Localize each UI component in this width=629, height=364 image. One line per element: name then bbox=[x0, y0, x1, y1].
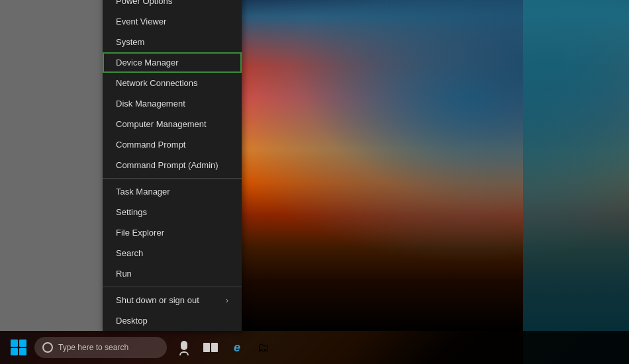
menu-item-desktop[interactable]: Desktop bbox=[103, 310, 242, 331]
taskbar-search-box[interactable]: Type here to search bbox=[34, 337, 167, 358]
menu-item-label-power-options: Power Options bbox=[116, 0, 172, 6]
menu-item-label-disk-management: Disk Management bbox=[116, 99, 185, 109]
edge-button[interactable]: e bbox=[225, 336, 249, 359]
folder-icon: 🗂 bbox=[258, 341, 269, 355]
menu-item-power-options[interactable]: Power Options bbox=[103, 0, 242, 11]
menu-item-label-task-manager: Task Manager bbox=[116, 187, 170, 197]
menu-item-run[interactable]: Run bbox=[103, 263, 242, 284]
microphone-button[interactable] bbox=[172, 336, 196, 359]
menu-item-label-device-manager: Device Manager bbox=[116, 58, 179, 68]
menu-item-device-manager[interactable]: Device Manager bbox=[103, 52, 242, 73]
menu-item-network-connections[interactable]: Network Connections bbox=[103, 73, 242, 93]
menu-item-label-file-explorer: File Explorer bbox=[116, 228, 164, 238]
menu-item-disk-management[interactable]: Disk Management bbox=[103, 93, 242, 114]
taskbar-quick-icons: e 🗂 bbox=[172, 336, 275, 359]
menu-item-label-computer-management: Computer Management bbox=[116, 119, 207, 129]
menu-item-task-manager[interactable]: Task Manager bbox=[103, 181, 242, 202]
search-placeholder: Type here to search bbox=[58, 343, 128, 352]
left-panel-background bbox=[0, 0, 103, 331]
edge-icon: e bbox=[234, 341, 240, 355]
menu-item-label-event-viewer: Event Viewer bbox=[116, 17, 166, 26]
search-circle-icon bbox=[42, 342, 53, 353]
windows-logo-icon bbox=[11, 340, 26, 355]
menu-item-event-viewer[interactable]: Event Viewer bbox=[103, 11, 242, 32]
menu-separator bbox=[103, 178, 242, 179]
menu-item-command-prompt-admin[interactable]: Command Prompt (Admin) bbox=[103, 155, 242, 175]
menu-item-system[interactable]: System bbox=[103, 32, 242, 52]
menu-item-label-search: Search bbox=[116, 248, 143, 258]
microphone-icon bbox=[179, 341, 189, 354]
teal-side-panel bbox=[523, 0, 629, 364]
taskbar: Type here to search e 🗂 bbox=[0, 331, 629, 364]
menu-arrow-icon: › bbox=[226, 296, 228, 305]
menu-item-label-settings: Settings bbox=[116, 207, 147, 217]
file-explorer-button[interactable]: 🗂 bbox=[252, 336, 275, 359]
task-view-icon bbox=[203, 343, 218, 352]
menu-item-search[interactable]: Search bbox=[103, 243, 242, 263]
menu-item-label-system: System bbox=[116, 37, 144, 47]
start-button[interactable] bbox=[5, 334, 32, 361]
menu-separator bbox=[103, 287, 242, 287]
menu-item-shut-down[interactable]: Shut down or sign out› bbox=[103, 290, 242, 310]
context-menu: Apps and FeaturesMobility CenterPower Op… bbox=[103, 0, 242, 331]
menu-item-command-prompt[interactable]: Command Prompt bbox=[103, 134, 242, 155]
menu-item-label-network-connections: Network Connections bbox=[116, 78, 198, 88]
menu-item-computer-management[interactable]: Computer Management bbox=[103, 114, 242, 134]
menu-item-label-run: Run bbox=[116, 269, 132, 279]
menu-item-label-shut-down: Shut down or sign out bbox=[116, 295, 199, 305]
menu-item-label-desktop: Desktop bbox=[116, 316, 148, 326]
menu-item-file-explorer[interactable]: File Explorer bbox=[103, 222, 242, 243]
task-view-button[interactable] bbox=[199, 336, 222, 359]
menu-item-settings[interactable]: Settings bbox=[103, 202, 242, 222]
menu-item-label-command-prompt-admin: Command Prompt (Admin) bbox=[116, 160, 218, 170]
menu-item-label-command-prompt: Command Prompt bbox=[116, 140, 185, 150]
